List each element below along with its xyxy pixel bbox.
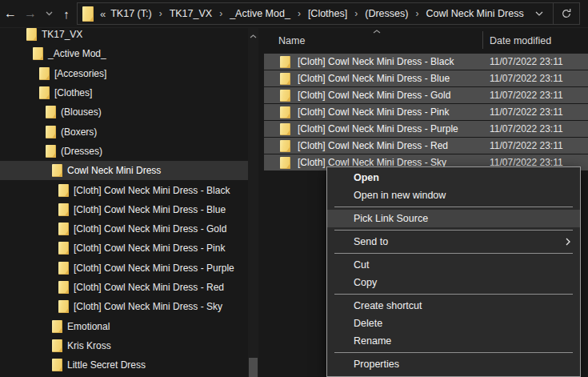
tree-item[interactable]: Kris Kross bbox=[0, 336, 248, 355]
menu-item-rename[interactable]: Rename bbox=[327, 332, 580, 350]
file-date-modified: 11/07/2022 23:11 bbox=[490, 56, 563, 67]
folder-icon bbox=[39, 86, 50, 99]
folder-icon bbox=[58, 262, 69, 275]
refresh-button[interactable] bbox=[553, 3, 579, 24]
tree-item[interactable]: [Cloth] Cowl Neck Mini Dress - Gold bbox=[0, 219, 248, 239]
tree-item-label: [Cloth] Cowl Neck Mini Dress - Red bbox=[74, 282, 224, 293]
up-button[interactable]: ↑ bbox=[58, 3, 75, 24]
breadcrumb-item[interactable]: _Active Mod_ bbox=[228, 8, 292, 19]
breadcrumb-item[interactable]: TK17 (T:) bbox=[109, 8, 153, 19]
tree-item[interactable]: [Cloth] Cowl Neck Mini Dress - Pink bbox=[0, 239, 248, 258]
menu-item-properties[interactable]: Properties bbox=[327, 355, 580, 373]
toolbar: ← → ↑ « TK17 (T:)›TK17_VX›_Active Mod_›[… bbox=[0, 0, 588, 28]
forward-button[interactable]: → bbox=[22, 3, 39, 24]
file-row[interactable]: [Cloth] Cowl Neck Mini Dress - Blue11/07… bbox=[264, 70, 588, 86]
tree-item[interactable]: TK17_VX bbox=[0, 28, 248, 44]
folder-icon bbox=[82, 6, 94, 22]
tree-item[interactable]: _Active Mod_ bbox=[0, 44, 248, 63]
folder-icon bbox=[58, 223, 69, 235]
breadcrumb-separator-icon: › bbox=[349, 8, 363, 19]
folder-icon bbox=[39, 67, 50, 80]
tree-item-label: (Dresses) bbox=[61, 146, 102, 157]
tree-item[interactable]: (Dresses) bbox=[0, 142, 248, 161]
recent-locations-button[interactable] bbox=[42, 3, 55, 24]
tree-item-label: [Cloth] Cowl Neck Mini Dress - Black bbox=[74, 185, 230, 196]
menu-item-create-shortcut[interactable]: Create shortcut bbox=[327, 297, 580, 315]
folder-icon bbox=[58, 203, 69, 216]
file-date-modified: 11/07/2022 23:11 bbox=[490, 123, 563, 134]
context-menu: OpenOpen in new windowPick Link SourceSe… bbox=[326, 166, 581, 377]
file-row[interactable]: [Cloth] Cowl Neck Mini Dress - Red11/07/… bbox=[264, 138, 588, 154]
tree-item[interactable]: [Clothes] bbox=[0, 83, 248, 102]
folder-icon bbox=[33, 47, 43, 60]
tree-item-label: [Cloth] Cowl Neck Mini Dress - Sky bbox=[74, 301, 222, 312]
tree-scrollbar[interactable] bbox=[248, 28, 258, 377]
tree-item[interactable]: (Boxers) bbox=[0, 122, 248, 141]
file-name: [Cloth] Cowl Neck Mini Dress - Pink bbox=[298, 106, 449, 118]
folder-icon bbox=[280, 73, 290, 85]
menu-item-cut[interactable]: Cut bbox=[327, 256, 580, 274]
back-arrow-icon: ← bbox=[4, 7, 17, 20]
folder-icon bbox=[58, 300, 69, 313]
column-divider[interactable] bbox=[482, 31, 483, 49]
folder-icon bbox=[280, 106, 290, 118]
tree-item[interactable]: Cowl Neck Mini Dress bbox=[0, 161, 248, 180]
breadcrumb-item[interactable]: Cowl Neck Mini Dress bbox=[424, 8, 525, 19]
tree-item[interactable]: [Cloth] Cowl Neck Mini Dress - Sky bbox=[0, 297, 248, 316]
file-row[interactable]: [Cloth] Cowl Neck Mini Dress - Pink11/07… bbox=[264, 104, 588, 120]
tree-item-label: [Cloth] Cowl Neck Mini Dress - Gold bbox=[74, 223, 226, 235]
breadcrumb: « TK17 (T:)›TK17_VX›_Active Mod_›[Clothe… bbox=[78, 3, 553, 24]
file-name: [Cloth] Cowl Neck Mini Dress - Blue bbox=[298, 73, 450, 84]
folder-icon bbox=[280, 157, 290, 169]
folder-icon bbox=[58, 281, 69, 294]
address-bar[interactable]: « TK17 (T:)›TK17_VX›_Active Mod_›[Clothe… bbox=[77, 2, 580, 25]
file-date-modified: 11/07/2022 23:11 bbox=[490, 73, 563, 84]
menu-item-send-to[interactable]: Send to bbox=[327, 233, 580, 251]
breadcrumb-item[interactable]: [Clothes] bbox=[306, 8, 349, 19]
back-button[interactable]: ← bbox=[2, 3, 19, 24]
tree-item[interactable]: [Cloth] Cowl Neck Mini Dress - Blue bbox=[0, 200, 248, 219]
tree-item[interactable]: (Blouses) bbox=[0, 102, 248, 122]
tree-item[interactable]: Emotional bbox=[0, 316, 248, 335]
scrollbar-thumb[interactable] bbox=[249, 358, 258, 377]
column-header-name[interactable]: Name bbox=[278, 35, 305, 46]
menu-item-delete[interactable]: Delete bbox=[327, 315, 580, 332]
folder-icon bbox=[52, 164, 62, 177]
up-arrow-icon: ↑ bbox=[63, 8, 70, 20]
chevron-down-icon bbox=[46, 11, 53, 16]
tree-item[interactable]: [Cloth] Cowl Neck Mini Dress - Black bbox=[0, 180, 248, 199]
address-history-button[interactable] bbox=[526, 3, 553, 24]
breadcrumb-separator-icon: › bbox=[410, 8, 424, 19]
menu-separator bbox=[334, 294, 573, 295]
folder-icon bbox=[280, 90, 290, 102]
folder-icon bbox=[280, 140, 290, 152]
menu-item-open[interactable]: Open bbox=[327, 169, 580, 186]
breadcrumb-item[interactable]: (Dresses) bbox=[363, 8, 410, 19]
tree-item[interactable]: Little Secret Dress bbox=[0, 355, 248, 375]
menu-item-open-in-new-window[interactable]: Open in new window bbox=[327, 186, 580, 204]
tree-item[interactable]: [Accesories] bbox=[0, 64, 248, 83]
file-name: [Cloth] Cowl Neck Mini Dress - Gold bbox=[298, 90, 450, 101]
tree-item-label: [Accesories] bbox=[54, 68, 106, 79]
folder-icon bbox=[280, 56, 290, 68]
file-row[interactable]: [Cloth] Cowl Neck Mini Dress - Purple11/… bbox=[264, 121, 588, 137]
breadcrumb-overflow-icon[interactable]: « bbox=[100, 8, 106, 20]
menu-item-pick-link-source[interactable]: Pick Link Source bbox=[327, 210, 580, 227]
column-header-date-modified[interactable]: Date modified bbox=[490, 35, 551, 46]
breadcrumb-item[interactable]: TK17_VX bbox=[168, 8, 214, 19]
menu-separator bbox=[334, 230, 573, 231]
tree-item-label: [Cloth] Cowl Neck Mini Dress - Purple bbox=[74, 263, 234, 274]
folder-icon bbox=[280, 123, 290, 135]
scroll-up-button[interactable] bbox=[248, 31, 258, 41]
breadcrumb-items: TK17 (T:)›TK17_VX›_Active Mod_›[Clothes]… bbox=[109, 8, 525, 19]
menu-item-copy[interactable]: Copy bbox=[327, 274, 580, 291]
tree-item-label: Kris Kross bbox=[67, 340, 111, 351]
file-row[interactable]: [Cloth] Cowl Neck Mini Dress - Black11/0… bbox=[264, 54, 588, 70]
tree-item-label: (Blouses) bbox=[61, 106, 102, 118]
breadcrumb-separator-icon: › bbox=[292, 8, 306, 19]
tree-item[interactable]: [Cloth] Cowl Neck Mini Dress - Red bbox=[0, 278, 248, 297]
breadcrumb-separator-icon: › bbox=[154, 8, 168, 19]
forward-arrow-icon: → bbox=[24, 7, 37, 20]
tree-item[interactable]: [Cloth] Cowl Neck Mini Dress - Purple bbox=[0, 259, 248, 278]
file-row[interactable]: [Cloth] Cowl Neck Mini Dress - Gold11/07… bbox=[264, 87, 588, 103]
